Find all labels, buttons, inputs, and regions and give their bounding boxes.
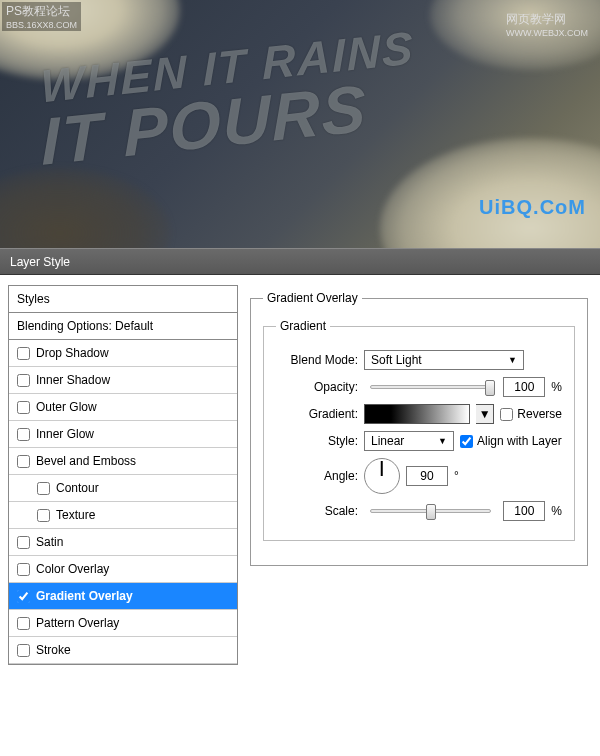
chevron-down-icon: ▼ [438,436,447,446]
style-checkbox[interactable] [17,455,30,468]
source-badge-left: PS教程论坛 BBS.16XX8.COM [2,2,81,31]
style-checkbox[interactable] [17,644,30,657]
scale-unit: % [551,504,562,518]
gradient-row: Gradient: ▼ Reverse [276,404,562,424]
style-checkbox[interactable] [37,482,50,495]
slider-thumb[interactable] [485,380,495,396]
style-checkbox[interactable] [17,428,30,441]
style-label: Inner Glow [36,427,94,441]
align-with-layer-checkbox[interactable]: Align with Layer [460,434,562,448]
style-row: Style: Linear ▼ Align with Layer [276,431,562,451]
opacity-slider[interactable] [370,385,491,389]
style-label: Texture [56,508,95,522]
subsection-legend: Gradient [276,319,330,333]
styles-list: Drop ShadowInner ShadowOuter GlowInner G… [9,340,237,664]
angle-unit: ° [454,469,459,483]
style-label: Pattern Overlay [36,616,119,630]
opacity-label: Opacity: [276,380,358,394]
source-badge-right: 网页教学网 WWW.WEBJX.COM [502,10,592,39]
blending-options-row[interactable]: Blending Options: Default [9,313,237,340]
gradient-label: Gradient: [276,407,358,421]
style-item-satin[interactable]: Satin [9,529,237,556]
angle-input[interactable] [406,466,448,486]
chevron-down-icon: ▼ [508,355,517,365]
angle-hand-icon [381,461,383,476]
scale-label: Scale: [276,504,358,518]
style-checkbox[interactable] [17,563,30,576]
opacity-input[interactable] [503,377,545,397]
reverse-label: Reverse [517,407,562,421]
gradient-group: Gradient Blend Mode: Soft Light ▼ Opacit… [263,319,575,541]
style-checkbox[interactable] [17,617,30,630]
opacity-unit: % [551,380,562,394]
gradient-swatch[interactable] [364,404,470,424]
reverse-checkbox[interactable]: Reverse [500,407,562,421]
styles-list-panel: Styles Blending Options: Default Drop Sh… [8,285,238,665]
cloud-decor [380,138,600,248]
styles-header[interactable]: Styles [9,286,237,313]
angle-row: Angle: ° [276,458,562,494]
badge-subtext: BBS.16XX8.COM [6,20,77,30]
reverse-check-input[interactable] [500,408,513,421]
style-label: Bevel and Emboss [36,454,136,468]
style-label: Outer Glow [36,400,97,414]
section-legend: Gradient Overlay [263,291,362,305]
style-dropdown[interactable]: Linear ▼ [364,431,454,451]
style-item-bevel-and-emboss[interactable]: Bevel and Emboss [9,448,237,475]
blend-mode-dropdown[interactable]: Soft Light ▼ [364,350,524,370]
style-item-drop-shadow[interactable]: Drop Shadow [9,340,237,367]
align-check-input[interactable] [460,435,473,448]
style-label: Inner Shadow [36,373,110,387]
style-item-texture[interactable]: Texture [9,502,237,529]
slider-thumb[interactable] [426,504,436,520]
style-label: Satin [36,535,63,549]
scale-row: Scale: % [276,501,562,521]
dialog-titlebar: Layer Style [0,248,600,275]
style-label: Color Overlay [36,562,109,576]
style-checkbox[interactable] [17,536,30,549]
style-checkbox[interactable] [17,401,30,414]
angle-label: Angle: [276,469,358,483]
style-item-contour[interactable]: Contour [9,475,237,502]
gradient-overlay-fieldset: Gradient Overlay Gradient Blend Mode: So… [250,291,588,566]
scale-input[interactable] [503,501,545,521]
blend-mode-value: Soft Light [371,353,422,367]
document-preview: WHEN IT RAINS IT POURS PS教程论坛 BBS.16XX8.… [0,0,600,248]
badge-text: 网页教学网 [506,11,588,28]
style-item-color-overlay[interactable]: Color Overlay [9,556,237,583]
style-checkbox[interactable] [17,374,30,387]
style-label: Contour [56,481,99,495]
style-label: Gradient Overlay [36,589,133,603]
blend-mode-row: Blend Mode: Soft Light ▼ [276,350,562,370]
style-item-gradient-overlay[interactable]: Gradient Overlay [9,583,237,610]
style-item-inner-shadow[interactable]: Inner Shadow [9,367,237,394]
chevron-down-icon: ▼ [479,407,491,421]
style-item-pattern-overlay[interactable]: Pattern Overlay [9,610,237,637]
style-item-inner-glow[interactable]: Inner Glow [9,421,237,448]
dialog-body: Styles Blending Options: Default Drop Sh… [0,275,600,673]
badge-text: PS教程论坛 [6,3,77,20]
badge-subtext: WWW.WEBJX.COM [506,28,588,38]
dialog-title: Layer Style [10,255,70,269]
align-label: Align with Layer [477,434,562,448]
gradient-picker-dropdown[interactable]: ▼ [476,404,494,424]
style-checkbox[interactable] [17,347,30,360]
style-checkbox[interactable] [17,590,30,603]
cloud-decor [0,168,170,248]
blend-mode-label: Blend Mode: [276,353,358,367]
style-label: Stroke [36,643,71,657]
watermark: UiBQ.CoM [475,195,590,220]
style-value: Linear [371,434,404,448]
style-checkbox[interactable] [37,509,50,522]
angle-dial[interactable] [364,458,400,494]
style-item-stroke[interactable]: Stroke [9,637,237,664]
opacity-row: Opacity: % [276,377,562,397]
style-label: Drop Shadow [36,346,109,360]
gradient-overlay-panel: Gradient Overlay Gradient Blend Mode: So… [246,285,592,665]
style-item-outer-glow[interactable]: Outer Glow [9,394,237,421]
style-label: Style: [276,434,358,448]
scale-slider[interactable] [370,509,491,513]
